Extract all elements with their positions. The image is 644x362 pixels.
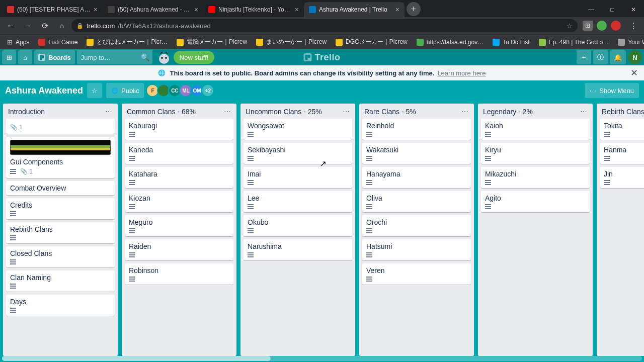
card[interactable]: Tokita <box>600 119 644 140</box>
bookmark-item[interactable]: Fisti Game <box>34 36 82 48</box>
window-maximize-button[interactable]: □ <box>602 2 623 17</box>
list-title[interactable]: Legendary - 2% <box>483 108 533 116</box>
home-icon[interactable]: ⌂ <box>18 50 32 64</box>
list-title[interactable]: Common Clans - 68% <box>127 108 196 116</box>
star-board-button[interactable]: ☆ <box>87 83 102 98</box>
window-close-button[interactable]: ✕ <box>623 2 644 17</box>
search-box[interactable]: 🔍 <box>77 50 152 64</box>
trello-logo[interactable]: Trello <box>303 52 340 63</box>
card[interactable]: Hatsumi <box>362 239 471 260</box>
list-menu-icon[interactable]: ⋯ <box>224 108 231 116</box>
home-button[interactable]: ⌂ <box>54 18 69 33</box>
card[interactable]: Orochi <box>362 215 471 236</box>
browser-tab[interactable]: Ninjasifu [Tekkenko] - YouTube × <box>203 2 304 17</box>
card[interactable]: Combat Overview <box>6 181 115 195</box>
bookmark-item[interactable]: DGCメーカー｜Picrew <box>332 36 412 48</box>
tab-close-icon[interactable]: × <box>94 6 98 13</box>
card[interactable]: Rebirth Clans <box>6 222 115 243</box>
list-menu-icon[interactable]: ⋯ <box>461 108 469 116</box>
tab-close-icon[interactable]: × <box>295 6 299 13</box>
info-button[interactable]: ⓘ <box>593 50 608 64</box>
card-title: Kiozan <box>129 194 229 202</box>
card[interactable]: Okubo <box>244 215 352 236</box>
address-bar[interactable]: 🔒 trello.com/b/WTa6Ax12/ashura-awakened … <box>71 19 578 32</box>
card[interactable]: Veren <box>362 263 471 285</box>
tab-close-icon[interactable]: × <box>194 6 198 13</box>
list-menu-icon[interactable]: ⋯ <box>343 108 350 116</box>
apps-menu-icon[interactable]: ⊞ <box>2 50 16 64</box>
card[interactable]: Agito <box>481 191 590 212</box>
create-button[interactable]: ＋ <box>577 50 591 64</box>
extension-2-icon[interactable] <box>597 21 607 31</box>
bookmark-item[interactable]: Your WPUNJ E-Acc… <box>614 36 644 48</box>
back-button[interactable]: ← <box>3 18 18 33</box>
horizontal-scrollbar[interactable] <box>2 356 642 361</box>
card[interactable]: Hanayama <box>362 167 471 188</box>
card[interactable]: Raiden <box>125 239 233 260</box>
new-stuff-pill[interactable]: New stuff! <box>174 51 215 64</box>
notifications-button[interactable]: 🔔 <box>610 50 626 64</box>
list-title[interactable]: Rare Clans - 5% <box>364 108 416 116</box>
show-menu-button[interactable]: ⋯ Show Menu <box>585 83 639 98</box>
card[interactable]: Oliva <box>362 191 471 212</box>
forward-button[interactable]: → <box>20 18 35 33</box>
card[interactable]: Closed Clans <box>6 246 115 267</box>
window-minimize-button[interactable]: — <box>581 2 602 17</box>
bookmark-item[interactable]: とびはねメーカー｜Picr… <box>83 36 172 48</box>
extension-3-icon[interactable] <box>611 21 621 31</box>
taco-mascot-icon[interactable] <box>156 50 172 65</box>
extensions-icon[interactable]: ⊞ <box>583 21 593 31</box>
card[interactable]: Kaburagi <box>125 119 233 140</box>
extra-members-badge[interactable]: +2 <box>201 84 214 97</box>
bookmark-item[interactable]: Ep. 498 | The God o… <box>535 36 613 48</box>
card[interactable]: Credits <box>6 198 115 219</box>
horizontal-scroll-thumb[interactable] <box>2 356 271 361</box>
card[interactable]: Kaioh <box>481 119 590 140</box>
card[interactable]: Meguro <box>125 215 233 236</box>
board-canvas[interactable]: Introduction ⋯📎 1Gui Components📎 1Combat… <box>3 104 644 356</box>
bookmark-item[interactable]: https://fafsa.ed.gov… <box>413 36 488 48</box>
bookmark-item[interactable]: To Do List <box>489 36 533 48</box>
reload-button[interactable]: ⟳ <box>37 18 52 33</box>
card[interactable]: Wakatsuki <box>362 143 471 164</box>
new-tab-button[interactable]: + <box>407 2 421 16</box>
bookmark-star-icon[interactable]: ☆ <box>567 22 573 30</box>
card[interactable]: Kiozan <box>125 191 233 212</box>
browser-tab[interactable]: Ashura Awakened | Trello × <box>304 2 405 17</box>
card[interactable]: Robinson <box>125 263 233 285</box>
card[interactable]: Katahara <box>125 167 233 188</box>
card[interactable]: Reinhold <box>362 119 471 140</box>
card[interactable]: Days <box>6 295 115 316</box>
card[interactable]: Jin <box>600 167 644 188</box>
banner-learn-more-link[interactable]: Learn more here <box>437 69 486 77</box>
card[interactable]: Kiryu <box>481 143 590 164</box>
list-menu-icon[interactable]: ⋯ <box>580 108 588 116</box>
bookmark-item[interactable]: 電脳メーカー｜Picrew <box>173 36 251 48</box>
list-title[interactable]: Introduction <box>8 108 45 116</box>
card[interactable]: Wongsawat <box>244 119 352 140</box>
card[interactable]: Mikazuchi <box>481 167 590 188</box>
board-title[interactable]: Ashura Awakened <box>5 85 83 96</box>
list-title[interactable]: Uncommon Clans - 25% <box>246 108 322 116</box>
browser-tab[interactable]: (50) Ashura Awakened - Roblox × <box>103 2 203 17</box>
boards-button[interactable]: Boards <box>34 50 75 64</box>
list-title[interactable]: Rebirth Clans - GP <box>602 108 644 116</box>
card[interactable]: Hanma <box>600 143 644 164</box>
list-menu-icon[interactable]: ⋯ <box>105 108 113 116</box>
browser-tab[interactable]: (50) [TESTER PHASE] Ashura Aw… × <box>2 2 103 17</box>
card[interactable]: Lee <box>244 191 352 212</box>
chrome-menu-icon[interactable]: ⋮ <box>626 18 641 33</box>
card[interactable]: 📎 1 <box>6 119 115 134</box>
bookmark-item[interactable]: まいめーかー｜Picrew <box>252 36 331 48</box>
card[interactable]: Clan Naming <box>6 270 115 292</box>
tab-close-icon[interactable]: × <box>395 6 399 13</box>
card[interactable]: Sekibayashi <box>244 143 352 164</box>
card[interactable]: Kaneda <box>125 143 233 164</box>
banner-close-icon[interactable]: ✕ <box>630 67 638 78</box>
user-avatar[interactable]: N <box>628 50 642 64</box>
visibility-button[interactable]: 🌐 Public <box>106 83 144 98</box>
card[interactable]: Gui Components📎 1 <box>6 137 115 178</box>
card[interactable]: Imai <box>244 167 352 188</box>
apps-shortcut[interactable]: ⊞Apps <box>3 36 33 48</box>
card[interactable]: Narushima <box>244 239 352 260</box>
